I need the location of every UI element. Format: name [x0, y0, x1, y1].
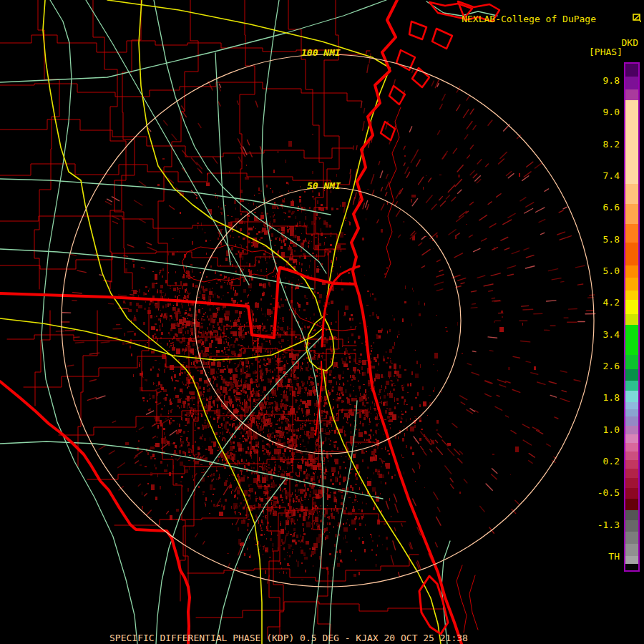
colorbar-band [625, 291, 638, 300]
colorbar-band [625, 488, 638, 499]
interstate-highway [323, 371, 441, 644]
atlantic-coastline [351, 0, 462, 644]
colorbar-band [625, 556, 638, 564]
barrier-island [409, 21, 426, 39]
colorbar-tick-label: 8.2 [577, 140, 620, 150]
colorbar-band [625, 510, 638, 520]
status-bar-text: SPECIFIC DIFFERENTIAL PHASE (KDP) 0.5 DE… [109, 633, 468, 643]
colorbar-band [625, 278, 638, 291]
colorbar-tick-label: -1.3 [577, 520, 620, 530]
colorbar-tick-label: 1.8 [577, 393, 620, 403]
radar-echo-speckles [130, 134, 519, 577]
colorbar-band [625, 443, 638, 452]
colorbar-band [625, 224, 638, 243]
colorbar-tick-label: 5.8 [577, 235, 620, 245]
station-title: NEXLAB-College of DuPage [462, 14, 596, 24]
colorbar-band [625, 409, 638, 416]
barrier-island [389, 86, 405, 104]
colorbar-tick-label: TH [577, 552, 620, 562]
colorbar-band [625, 544, 638, 556]
colorbar-tick-label: 7.4 [577, 171, 620, 181]
colorbar-band [625, 434, 638, 443]
coastal-lagoon [419, 576, 448, 634]
range-ring-100nmi [62, 54, 594, 587]
colorbar-band [625, 416, 638, 426]
radar-echo-speckles [123, 141, 494, 569]
okefenokee-boundary [182, 245, 276, 282]
colorbar-band [625, 300, 638, 314]
colorbar-band [625, 184, 638, 204]
colorbar-band [625, 369, 638, 381]
barrier-island [396, 50, 415, 70]
colorbar [624, 62, 640, 572]
colorbar-band [625, 204, 638, 224]
colorbar-band [625, 469, 638, 478]
colorbar-band [625, 499, 638, 510]
station-title-bar: NEXLAB-College of DuPage [462, 4, 641, 33]
colorbar-band [625, 391, 638, 402]
interstate-highway [43, 0, 262, 644]
radar-map [0, 0, 644, 644]
colorbar-band [625, 402, 638, 409]
barrier-island [381, 122, 395, 140]
colorbar-band [625, 381, 638, 391]
colorbar-band [625, 64, 638, 77]
colorbar-band [625, 532, 638, 544]
colorbar-band [625, 100, 638, 184]
radar-display: NEXLAB-College of DuPage DKD [PHAS] 100 … [0, 0, 644, 644]
units-label: [PHAS] [589, 47, 623, 57]
range-ring-label-50nmi: 50 NMI [307, 181, 341, 190]
colorbar-tick-label: -0.5 [577, 488, 620, 498]
colorbar-band [625, 452, 638, 460]
lagoon-marsh-lines [457, 565, 478, 633]
colorbar-tick-label: 9.8 [577, 76, 620, 86]
colorbar-band [625, 355, 638, 369]
colorbar-band [625, 89, 638, 100]
colorbar-band [625, 77, 638, 89]
colorbar-band [625, 325, 638, 355]
colorbar-tick-label: 2.6 [577, 361, 620, 371]
colorbar-band [625, 265, 638, 278]
colorbar-tick-label: 1.0 [577, 425, 620, 435]
colorbar-band [625, 243, 638, 265]
colorbar-tick-label: 4.2 [577, 298, 620, 308]
colorbar-tick-label: 6.6 [577, 203, 620, 213]
colorbar-band [625, 520, 638, 532]
station-flag-icon [599, 4, 641, 33]
colorbar-band [625, 460, 638, 469]
colorbar-tick-label: 9.0 [577, 107, 620, 117]
product-code-label: DKD [622, 38, 638, 47]
colorbar-tick-label: 3.4 [577, 330, 620, 340]
range-ring-label-100nmi: 100 NMI [301, 48, 341, 57]
colorbar-band [625, 564, 638, 570]
colorbar-band [625, 426, 638, 434]
colorbar-tick-label: 5.0 [577, 266, 620, 276]
colorbar-band [625, 478, 638, 488]
colorbar-tick-label: 0.2 [577, 457, 620, 467]
barrier-island [432, 29, 452, 49]
colorbar-band [625, 314, 638, 325]
